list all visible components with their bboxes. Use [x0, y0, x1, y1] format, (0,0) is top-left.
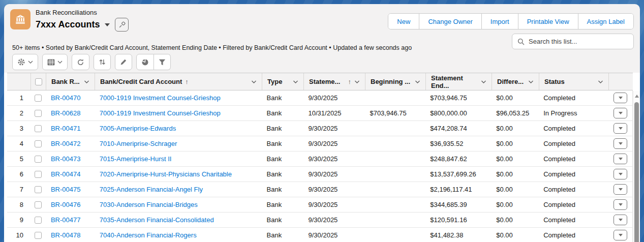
row-checkbox[interactable]: [35, 217, 42, 224]
change-owner-button[interactable]: Change Owner: [419, 14, 481, 29]
row-checkbox[interactable]: [35, 95, 42, 102]
row-actions-cell: [608, 93, 632, 103]
list-view-title[interactable]: 7xxx Accounts: [36, 19, 100, 30]
search-input[interactable]: [529, 38, 628, 45]
pie-chart-icon: [141, 58, 149, 66]
row-checkbox[interactable]: [35, 110, 42, 117]
row-actions-button[interactable]: [614, 154, 627, 164]
list-search: [512, 34, 634, 49]
record-link[interactable]: BR-00476: [51, 201, 81, 208]
difference-cell: $0.00: [491, 125, 538, 132]
record-link[interactable]: BR-00472: [51, 140, 81, 147]
column-menu-chevron-icon[interactable]: [84, 80, 89, 83]
row-checkbox[interactable]: [35, 125, 42, 132]
account-link[interactable]: 7040-Anderson Financial-Rogers: [100, 231, 197, 239]
account-link[interactable]: 7000-1919 Investment Counsel-Grieshop: [100, 94, 221, 102]
account-link[interactable]: 7010-Ameriprise-Schrager: [100, 140, 177, 147]
column-header-status[interactable]: Status: [539, 73, 608, 90]
column-header-bank-reconciliation[interactable]: Bank R...: [46, 73, 95, 90]
record-link[interactable]: BR-00475: [51, 186, 81, 193]
column-menu-chevron-icon[interactable]: [415, 80, 420, 83]
record-link[interactable]: BR-00473: [51, 155, 81, 163]
status-cell: Completed: [538, 186, 608, 193]
account-link[interactable]: 7030-Anderson Financial-Bridges: [100, 201, 198, 208]
filters-button[interactable]: [154, 54, 171, 70]
row-select-cell: [30, 95, 46, 102]
row-checkbox[interactable]: [35, 171, 42, 178]
list-view-selector-caret-icon[interactable]: [105, 23, 110, 26]
status-cell: In Progress: [538, 109, 608, 117]
account-link[interactable]: 7035-Anderson Financial-Consolidated: [100, 216, 214, 224]
statement-ending-cell: $800,000.00: [425, 109, 491, 117]
pin-list-button[interactable]: [115, 18, 129, 32]
row-actions-button[interactable]: [614, 169, 627, 179]
record-link[interactable]: BR-00474: [51, 170, 81, 178]
sort-button[interactable]: [94, 54, 111, 70]
record-name-cell: BR-00478: [46, 231, 95, 239]
record-link[interactable]: BR-00478: [51, 231, 81, 239]
table-row: 4 BR-00472 7010-Ameriprise-Schrager Bank…: [7, 136, 632, 152]
record-link[interactable]: BR-00471: [51, 125, 81, 132]
account-link[interactable]: 7015-Ameriprise-Hurst II: [100, 155, 172, 163]
account-link[interactable]: 7020-Ameriprise-Hurst-Physicians Charita…: [100, 170, 232, 178]
column-header-statement-ending[interactable]: Statement End...: [425, 73, 492, 90]
row-actions-button[interactable]: [614, 230, 627, 240]
statement-date-cell: 9/30/2025: [303, 170, 365, 178]
column-menu-chevron-icon[interactable]: [528, 80, 534, 83]
difference-cell: $0.00: [491, 170, 538, 178]
row-checkbox[interactable]: [35, 186, 42, 193]
scroll-up-arrow-icon[interactable]: [635, 95, 639, 98]
column-menu-chevron-icon[interactable]: [251, 80, 257, 83]
row-actions-button[interactable]: [614, 138, 627, 149]
row-checkbox[interactable]: [35, 156, 42, 163]
account-cell: 7005-Ameriprise-Edwards: [95, 125, 262, 132]
column-header-account[interactable]: Bank/Credit Card Account ↑: [95, 73, 262, 90]
column-menu-chevron-icon[interactable]: [354, 80, 360, 83]
select-all-checkbox[interactable]: [35, 78, 42, 85]
row-checkbox[interactable]: [35, 201, 42, 208]
type-cell: Bank: [262, 94, 303, 102]
inline-edit-button[interactable]: [115, 54, 132, 70]
column-header-difference[interactable]: Differe...: [492, 73, 539, 90]
statement-date-cell: 9/30/2025: [303, 155, 365, 163]
refresh-button[interactable]: [72, 54, 89, 70]
row-actions-button[interactable]: [614, 199, 627, 210]
row-actions-button[interactable]: [614, 93, 627, 103]
type-cell: Bank: [262, 231, 303, 239]
row-actions-button[interactable]: [614, 108, 627, 118]
column-menu-chevron-icon[interactable]: [481, 80, 486, 83]
row-actions-cell: [608, 215, 632, 225]
select-all-header: [30, 73, 46, 90]
row-checkbox[interactable]: [35, 140, 42, 147]
printable-view-button[interactable]: Printable View: [518, 14, 578, 29]
statement-ending-cell: $41,482.38: [425, 231, 491, 239]
charts-button[interactable]: [136, 54, 154, 70]
chevron-down-icon: [57, 60, 63, 64]
row-actions-button[interactable]: [614, 123, 627, 134]
display-as-button[interactable]: [42, 54, 68, 70]
record-link[interactable]: BR-00470: [51, 94, 81, 102]
new-button[interactable]: New: [388, 14, 419, 29]
column-menu-chevron-icon[interactable]: [293, 80, 298, 83]
row-actions-button[interactable]: [614, 184, 627, 195]
vertical-scrollbar[interactable]: [633, 91, 640, 242]
status-cell: Completed: [538, 231, 608, 239]
assign-label-button[interactable]: Assign Label: [578, 14, 633, 29]
record-link[interactable]: BR-00477: [51, 216, 81, 224]
row-checkbox[interactable]: [35, 232, 42, 239]
account-link[interactable]: 7000-1919 Investment Counsel-Grieshop: [100, 109, 221, 117]
column-header-statement-date[interactable]: Stateme... ↑: [303, 73, 365, 90]
import-button[interactable]: Import: [481, 14, 518, 29]
column-menu-chevron-icon[interactable]: [598, 80, 603, 83]
row-select-cell: [30, 171, 46, 178]
row-actions-button[interactable]: [614, 215, 627, 225]
account-link[interactable]: 7025-Anderson Financial-Angel Fly: [100, 186, 203, 193]
scrollbar-thumb[interactable]: [634, 102, 639, 242]
bank-reconciliations-object-icon: [10, 9, 30, 29]
account-link[interactable]: 7005-Ameriprise-Edwards: [100, 125, 176, 132]
column-header-beginning-balance[interactable]: Beginning ...: [365, 73, 425, 90]
list-view-controls-button[interactable]: [12, 54, 38, 70]
record-link[interactable]: BR-00628: [51, 109, 81, 117]
column-header-type[interactable]: Type: [262, 73, 303, 90]
record-name-cell: BR-00475: [46, 186, 95, 193]
